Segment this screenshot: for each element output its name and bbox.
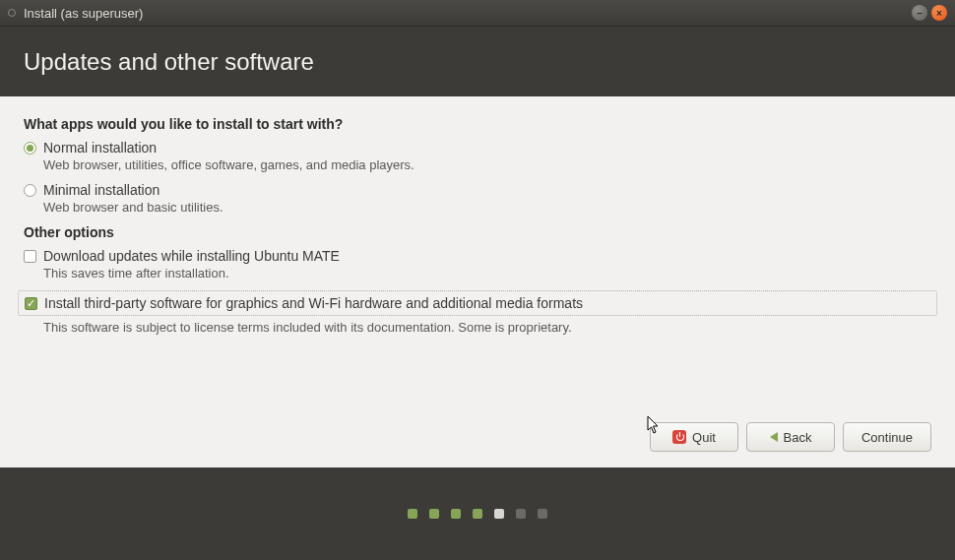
app-indicator-icon — [8, 9, 16, 17]
quit-button[interactable]: Quit — [650, 422, 738, 452]
radio-icon — [24, 184, 36, 197]
checkbox-icon: ✓ — [25, 297, 37, 310]
chevron-left-icon — [770, 432, 778, 442]
minimal-install-option[interactable]: Minimal installation — [24, 182, 931, 198]
back-button-label: Back — [784, 430, 812, 445]
page-header: Updates and other software — [0, 27, 955, 96]
normal-install-desc: Web browser, utilities, office software,… — [43, 157, 931, 172]
radio-icon — [24, 142, 36, 155]
close-button[interactable]: × — [931, 5, 947, 21]
normal-install-label: Normal installation — [43, 140, 157, 156]
download-updates-desc: This saves time after installation. — [43, 266, 931, 280]
continue-button[interactable]: Continue — [843, 422, 931, 452]
progress-step — [516, 509, 526, 519]
progress-step — [494, 509, 504, 519]
window-title: Install (as superuser) — [24, 6, 908, 21]
download-updates-option[interactable]: Download updates while installing Ubuntu… — [24, 248, 931, 264]
progress-step — [408, 509, 417, 519]
progress-step — [451, 509, 461, 519]
checkbox-icon — [24, 250, 36, 263]
other-options-heading: Other options — [24, 224, 931, 240]
back-button[interactable]: Back — [746, 422, 835, 452]
minimize-button[interactable]: – — [912, 5, 927, 21]
content-panel: What apps would you like to install to s… — [0, 96, 955, 467]
normal-install-option[interactable]: Normal installation — [24, 140, 931, 156]
apps-section-heading: What apps would you like to install to s… — [24, 116, 931, 132]
page-title: Updates and other software — [24, 48, 314, 76]
button-bar: Quit Back Continue — [650, 422, 931, 452]
third-party-option[interactable]: ✓ Install third-party software for graph… — [25, 295, 930, 311]
continue-button-label: Continue — [861, 430, 913, 445]
progress-step — [538, 509, 547, 519]
minimal-install-desc: Web browser and basic utilities. — [43, 200, 931, 215]
progress-footer — [0, 467, 955, 560]
third-party-option-focus: ✓ Install third-party software for graph… — [18, 290, 937, 316]
progress-step — [429, 509, 439, 519]
power-icon — [672, 430, 686, 444]
title-bar: Install (as superuser) – × — [0, 0, 955, 27]
third-party-label: Install third-party software for graphic… — [44, 295, 583, 311]
minimal-install-label: Minimal installation — [43, 182, 159, 198]
download-updates-label: Download updates while installing Ubuntu… — [43, 248, 340, 264]
third-party-desc: This software is subject to license term… — [43, 320, 931, 335]
progress-step — [473, 509, 482, 519]
quit-button-label: Quit — [692, 430, 716, 445]
